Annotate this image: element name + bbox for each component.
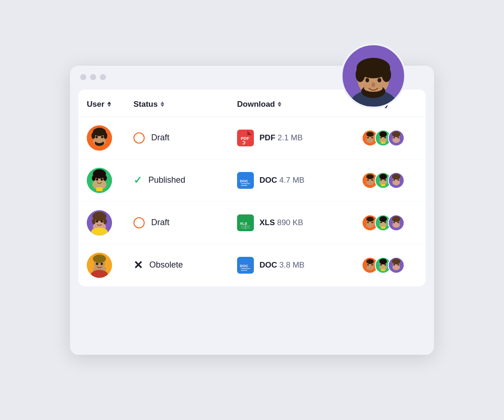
col-header-download[interactable]: Download xyxy=(229,90,353,117)
history-cell xyxy=(353,159,426,201)
table-row[interactable]: ✕Obsolete DOC DOC 3.8 MB xyxy=(78,244,426,286)
svg-point-78 xyxy=(92,219,96,224)
svg-point-106 xyxy=(397,221,399,223)
svg-point-33 xyxy=(380,137,381,138)
status-cell: ✓Published xyxy=(125,159,229,201)
svg-rect-131 xyxy=(381,269,385,271)
svg-point-72 xyxy=(393,179,394,180)
svg-point-73 xyxy=(397,179,399,180)
sort-user-icon[interactable] xyxy=(107,102,111,107)
svg-point-66 xyxy=(384,179,385,180)
user-cell xyxy=(78,159,125,201)
svg-point-20 xyxy=(96,139,103,143)
svg-point-137 xyxy=(397,264,399,265)
svg-rect-50 xyxy=(96,187,103,191)
svg-point-39 xyxy=(392,131,400,137)
sort-download-icon[interactable] xyxy=(278,102,281,107)
svg-point-60 xyxy=(371,179,372,180)
svg-point-123 xyxy=(367,264,368,265)
history-avatars xyxy=(362,214,417,231)
svg-point-135 xyxy=(392,258,400,264)
svg-point-80 xyxy=(96,220,98,222)
status-label: Published xyxy=(148,175,185,185)
svg-rect-113 xyxy=(95,257,104,260)
pdf-icon: PDF xyxy=(237,130,254,146)
status-label: Obsolete xyxy=(149,260,183,270)
download-cell[interactable]: XLS XLS 890 KB xyxy=(229,201,353,244)
svg-point-41 xyxy=(397,137,399,138)
user-cell xyxy=(78,244,125,286)
history-cell xyxy=(353,201,426,244)
status-cell: Draft xyxy=(125,117,229,159)
svg-rect-117 xyxy=(241,268,250,269)
file-type-label: DOC 4.7 MB xyxy=(259,176,304,185)
svg-point-111 xyxy=(96,262,98,265)
data-table: User Status xyxy=(78,90,426,286)
col-header-user[interactable]: User xyxy=(78,90,125,117)
svg-point-58 xyxy=(366,174,374,179)
svg-rect-118 xyxy=(241,270,247,271)
svg-point-93 xyxy=(371,221,372,223)
svg-point-97 xyxy=(379,216,387,221)
status-label: Draft xyxy=(151,218,169,227)
svg-point-136 xyxy=(393,264,394,265)
svg-rect-100 xyxy=(381,227,385,228)
status-cell: Draft xyxy=(125,201,229,244)
svg-point-4 xyxy=(356,67,365,82)
svg-point-128 xyxy=(379,258,387,264)
svg-point-92 xyxy=(367,221,368,223)
doc-icon: DOC xyxy=(237,257,254,274)
history-cell xyxy=(353,244,426,286)
svg-point-64 xyxy=(379,173,387,179)
user-cell xyxy=(78,117,125,159)
xls-icon: XLS xyxy=(237,214,254,231)
svg-point-98 xyxy=(380,221,381,223)
svg-point-65 xyxy=(380,179,381,180)
svg-rect-35 xyxy=(381,142,385,144)
svg-point-99 xyxy=(384,221,385,223)
svg-point-15 xyxy=(91,132,95,139)
window-dot-3 xyxy=(100,74,106,80)
history-avatars xyxy=(362,172,417,189)
svg-point-91 xyxy=(366,216,374,221)
window-dot-2 xyxy=(90,74,96,80)
col-header-status[interactable]: Status xyxy=(125,90,229,117)
window-dot-1 xyxy=(80,74,86,80)
svg-point-104 xyxy=(392,216,400,221)
svg-rect-53 xyxy=(241,183,250,184)
download-cell[interactable]: DOC DOC 4.7 MB xyxy=(229,159,353,201)
user-avatar xyxy=(87,253,112,278)
svg-text:DOC: DOC xyxy=(240,179,248,183)
status-label: Draft xyxy=(151,133,169,143)
svg-point-59 xyxy=(367,179,368,180)
file-type-label: DOC 3.8 MB xyxy=(259,261,304,270)
draft-icon xyxy=(133,217,145,228)
table-row[interactable]: Draft PDF PDF 2.1 MB xyxy=(78,117,426,159)
doc-icon: DOC xyxy=(237,172,254,189)
svg-point-28 xyxy=(371,137,372,138)
user-avatar xyxy=(87,210,112,235)
obsolete-icon: ✕ xyxy=(133,259,143,272)
file-type-label: PDF 2.1 MB xyxy=(259,133,303,143)
published-icon: ✓ xyxy=(133,174,142,186)
draft-icon xyxy=(133,132,145,144)
svg-point-5 xyxy=(382,67,391,82)
svg-point-81 xyxy=(101,220,103,222)
svg-point-112 xyxy=(101,262,103,265)
download-cell[interactable]: PDF PDF 2.1 MB xyxy=(229,117,353,159)
download-cell[interactable]: DOC DOC 3.8 MB xyxy=(229,244,353,286)
user-avatar xyxy=(87,125,112,151)
svg-point-46 xyxy=(92,175,96,181)
svg-point-7 xyxy=(378,78,381,82)
table-row[interactable]: ✓Published DOC DOC 4.7 MB xyxy=(78,159,426,201)
sort-status-icon[interactable] xyxy=(161,102,164,107)
table-row[interactable]: Draft XLS XLS 890 KB xyxy=(78,201,426,244)
svg-point-47 xyxy=(103,175,107,181)
file-type-label: XLS 890 KB xyxy=(259,218,303,227)
svg-point-6 xyxy=(365,78,369,82)
svg-point-49 xyxy=(101,178,103,180)
hero-avatar-image xyxy=(343,45,404,107)
svg-point-48 xyxy=(96,178,98,180)
svg-point-105 xyxy=(393,221,394,223)
app-window: User Status xyxy=(70,66,434,355)
